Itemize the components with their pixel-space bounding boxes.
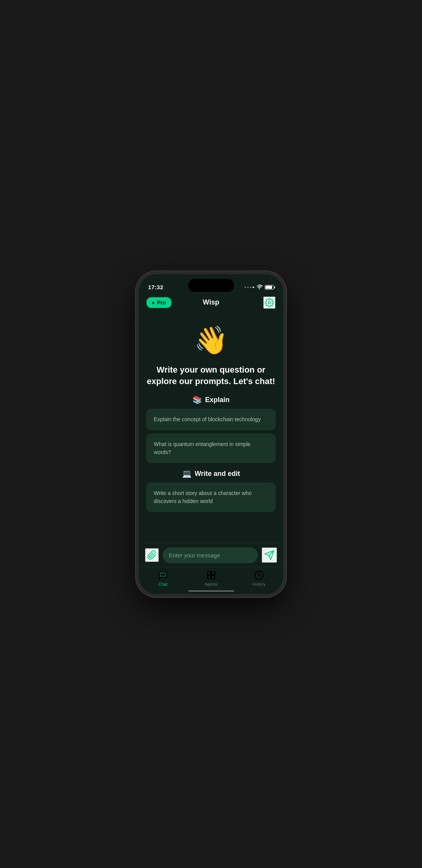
- message-input[interactable]: [163, 547, 258, 563]
- welcome-text: Write your own question or explore our p…: [147, 364, 275, 388]
- history-icon: [254, 570, 264, 580]
- chat-icon: [158, 570, 168, 580]
- input-area: [139, 543, 283, 567]
- scroll-area[interactable]: 👋 Write your own question or explore our…: [139, 313, 283, 543]
- list-item[interactable]: Explain the concept of blockchain techno…: [147, 409, 275, 430]
- write-emoji: 💻: [182, 469, 192, 478]
- status-icons: [244, 285, 274, 290]
- send-button[interactable]: [262, 547, 277, 563]
- prompt-text: Write a short story about a character wh…: [154, 489, 268, 505]
- write-edit-title: 💻 Write and edit: [147, 469, 275, 478]
- svg-point-2: [163, 574, 163, 575]
- gear-icon: [265, 298, 274, 307]
- attach-button[interactable]: [145, 548, 159, 562]
- dynamic-island: [188, 279, 234, 292]
- svg-point-3: [164, 574, 165, 575]
- prompt-text: Explain the concept of blockchain techno…: [154, 415, 268, 423]
- write-edit-section: 💻 Write and edit Write a short story abo…: [147, 469, 275, 512]
- nav-label-agents: Agents: [204, 582, 217, 586]
- signal-icon: [244, 287, 254, 288]
- paperclip-icon: [147, 550, 157, 560]
- explain-section: 📚 Explain Explain the concept of blockch…: [147, 395, 275, 463]
- explain-label: Explain: [205, 396, 230, 404]
- diamond-icon: ♦: [152, 300, 155, 306]
- svg-rect-5: [212, 572, 215, 575]
- home-indicator: [188, 590, 234, 592]
- svg-rect-7: [212, 576, 215, 579]
- nav-item-chat[interactable]: Chat: [139, 570, 187, 586]
- welcome-section: 👋 Write your own question or explore our…: [147, 313, 275, 396]
- svg-point-0: [268, 301, 270, 304]
- explain-title: 📚 Explain: [147, 395, 275, 404]
- nav-item-history[interactable]: History: [235, 570, 283, 586]
- write-edit-label: Write and edit: [195, 470, 240, 478]
- wifi-icon: [256, 285, 262, 290]
- settings-button[interactable]: [263, 296, 275, 309]
- app-title: Wisp: [203, 298, 219, 306]
- list-item[interactable]: What is quantum entanglement in simple w…: [147, 434, 275, 463]
- screen-content: 17:32 ♦ Pro Wi: [139, 274, 283, 594]
- prompt-text: What is quantum entanglement in simple w…: [154, 440, 268, 456]
- svg-rect-4: [207, 572, 211, 575]
- pro-badge[interactable]: ♦ Pro: [147, 297, 171, 308]
- battery-icon: [265, 285, 274, 290]
- nav-label-history: History: [253, 582, 266, 586]
- nav-item-agents[interactable]: Agents: [187, 570, 235, 586]
- send-icon: [264, 550, 275, 560]
- agents-icon: [206, 570, 216, 580]
- status-time: 17:32: [148, 284, 163, 290]
- svg-rect-6: [207, 576, 211, 579]
- explain-emoji: 📚: [192, 395, 202, 404]
- nav-label-chat: Chat: [158, 582, 167, 586]
- pro-badge-text: Pro: [157, 300, 166, 306]
- phone-frame: 17:32 ♦ Pro Wi: [136, 271, 286, 597]
- wave-emoji: 👋: [194, 324, 228, 357]
- svg-point-1: [161, 574, 162, 575]
- list-item[interactable]: Write a short story about a character wh…: [147, 483, 275, 512]
